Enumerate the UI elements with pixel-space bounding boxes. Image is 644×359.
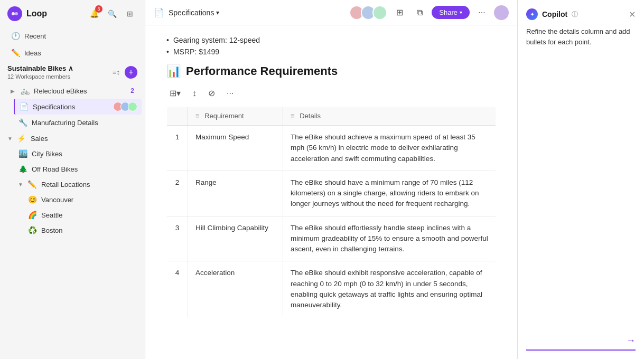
specifications-icon: 📄 [19, 102, 29, 111]
content-area: Gearing system: 12-speed MSRP: $1499 📊 P… [145, 25, 517, 359]
seattle-icon: 🌈 [27, 211, 37, 219]
grid-view-button[interactable]: ⊞ [391, 5, 407, 21]
share-label: Share [439, 8, 458, 16]
row-3-requirement: Hill Climbing Capability [188, 216, 283, 261]
sidebar-item-manufacturing[interactable]: 🔧 Manufacturing Details [14, 115, 142, 130]
copilot-info[interactable]: ⓘ [572, 10, 578, 19]
collab-avatar-3 [372, 5, 387, 20]
section-relecloud: ▶ 🚲 Relecloud eBikes 2 📄 Specifications … [0, 83, 145, 130]
sales-icon: ⚡ [17, 134, 26, 143]
sidebar-item-sales[interactable]: ▼ ⚡ Sales [3, 131, 142, 146]
app-title: Loop [26, 9, 47, 18]
sidebar-item-city-bikes[interactable]: 🏙️ City Bikes [14, 146, 142, 161]
view-toggle-button[interactable]: ⊞▾ [166, 87, 184, 100]
copilot-input-field[interactable] [526, 337, 626, 345]
sort-button[interactable]: ≡↕ [110, 66, 123, 79]
sidebar-item-vancouver[interactable]: 😊 Vancouver [23, 192, 142, 207]
relecloud-label: Relecloud eBikes [34, 87, 87, 95]
copilot-header: ✦ Copilot ⓘ ✕ [526, 8, 636, 20]
sidebar-item-ideas[interactable]: ✏️ Ideas [3, 45, 142, 61]
app-logo [7, 6, 22, 21]
row-1-requirement: Maximum Speed [188, 126, 283, 171]
off-road-label: Off Road Bikes [32, 165, 78, 173]
bullet-item-2: MSRP: $1499 [166, 48, 496, 56]
toolbar-right: ⊞ ⧉ Share ▾ ··· [349, 5, 509, 21]
section-sales: ▼ ⚡ Sales 🏙️ City Bikes 🌲 Off Road Bikes… [0, 130, 145, 238]
col-det-icon: ≡ [291, 112, 295, 120]
performance-table: ≡ Requirement ≡ Details 1 Maximum Speed … [166, 106, 496, 317]
filter-button[interactable]: ⊘ [205, 87, 218, 100]
workspace-header: Sustainable Bikes ∧ 12 Workspace members… [0, 61, 145, 83]
sidebar-item-relecloud[interactable]: ▶ 🚲 Relecloud eBikes 2 [3, 83, 142, 98]
row-4-num: 4 [167, 261, 188, 317]
sidebar: Loop 🔔 6 🔍 ⊞ 🕐 Recent ✏️ Ideas Sustainab… [0, 0, 145, 359]
share-chevron-icon: ▾ [460, 10, 462, 15]
workspace-chevron-icon: ∧ [68, 64, 73, 72]
row-3-num: 3 [167, 216, 188, 261]
specifications-label: Specifications [33, 103, 75, 111]
workspace-name[interactable]: Sustainable Bikes ∧ [7, 64, 73, 72]
main-toolbar: 📄 Specifications ▾ ⊞ ⧉ Share ▾ ··· [145, 0, 517, 25]
copilot-input-area: → [526, 332, 636, 351]
row-2-requirement: Range [188, 171, 283, 216]
row-3-details: The eBike should effortlessly handle ste… [283, 216, 496, 261]
recent-label: Recent [24, 32, 46, 40]
copilot-close-button[interactable]: ✕ [629, 10, 636, 20]
page-title-text: Specifications [169, 8, 214, 17]
retail-children: 😊 Vancouver 🌈 Seattle ♻️ Boston [11, 192, 145, 238]
copilot-title: Copilot [542, 10, 567, 18]
copilot-message: Refine the details column and add bullet… [526, 26, 636, 47]
copy-button[interactable]: ⧉ [412, 5, 427, 21]
performance-icon: 📊 [166, 64, 181, 78]
sidebar-item-off-road-bikes[interactable]: 🌲 Off Road Bikes [14, 162, 142, 176]
table-row: 1 Maximum Speed The eBike should achieve… [167, 126, 496, 171]
sidebar-item-retail-locations[interactable]: ▼ ✏️ Retail Locations [14, 177, 142, 192]
table-toolbar: ⊞▾ ↕ ⊘ ··· [166, 87, 496, 100]
recent-icon: 🕐 [11, 32, 20, 40]
col-details-header: ≡ Details [283, 107, 496, 126]
user-avatar[interactable] [494, 5, 509, 20]
row-2-details: The eBike should have a minimum range of… [283, 171, 496, 216]
sidebar-item-recent[interactable]: 🕐 Recent [3, 28, 142, 44]
vancouver-icon: 😊 [27, 195, 37, 204]
city-bikes-label: City Bikes [32, 150, 62, 158]
table-row: 4 Acceleration The eBike should exhibit … [167, 261, 496, 317]
search-button[interactable]: 🔍 [105, 6, 119, 21]
city-bikes-icon: 🏙️ [18, 149, 27, 158]
relecloud-badge: 2 [130, 87, 134, 95]
page-doc-icon: 📄 [154, 7, 164, 17]
sidebar-header: Loop 🔔 6 🔍 ⊞ [0, 0, 145, 27]
sort-rows-button[interactable]: ↕ [189, 87, 200, 100]
more-options-button[interactable]: ··· [474, 5, 490, 21]
svg-point-1 [15, 12, 18, 15]
sales-chevron-icon: ▼ [7, 136, 13, 141]
copilot-input-bar: → [526, 332, 636, 351]
table-header-row: ≡ Requirement ≡ Details [167, 107, 496, 126]
table-row: 2 Range The eBike should have a minimum … [167, 171, 496, 216]
col-num-header [167, 107, 188, 126]
copilot-send-button[interactable]: → [626, 335, 636, 346]
layout-button[interactable]: ⊞ [123, 6, 137, 21]
retail-label: Retail Locations [41, 181, 90, 188]
collaborator-avatars [349, 5, 387, 20]
sidebar-item-seattle[interactable]: 🌈 Seattle [23, 207, 142, 222]
page-title-button[interactable]: Specifications ▾ [169, 8, 219, 17]
table-more-button[interactable]: ··· [223, 87, 237, 100]
sidebar-item-boston[interactable]: ♻️ Boston [23, 223, 142, 238]
sales-label: Sales [31, 135, 48, 143]
workspace-members: 12 Workspace members [7, 73, 73, 80]
table-row: 3 Hill Climbing Capability The eBike sho… [167, 216, 496, 261]
notifications-button[interactable]: 🔔 6 [87, 6, 101, 21]
relecloud-icon: 🚲 [20, 87, 30, 95]
manufacturing-icon: 🔧 [18, 118, 27, 127]
svg-point-0 [12, 12, 15, 15]
row-4-requirement: Acceleration [188, 261, 283, 317]
main-area: 📄 Specifications ▾ ⊞ ⧉ Share ▾ ··· Geari… [145, 0, 517, 359]
sidebar-item-specifications[interactable]: 📄 Specifications [14, 99, 142, 115]
specifications-avatars [113, 102, 137, 111]
row-1-num: 1 [167, 126, 188, 171]
ideas-label: Ideas [24, 49, 41, 57]
add-page-button[interactable]: + [125, 66, 137, 79]
seattle-label: Seattle [41, 211, 62, 219]
share-button[interactable]: Share ▾ [432, 6, 470, 19]
